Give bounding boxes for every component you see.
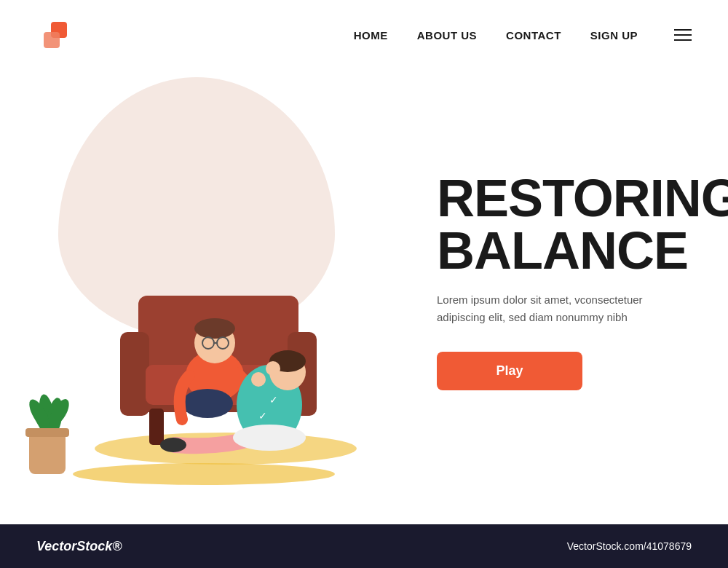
hero-title-line1: RESTORING (437, 169, 728, 227)
logo-square-2 (44, 32, 60, 48)
plant (29, 434, 66, 474)
hero-title: RESTORING BALANCE (437, 172, 728, 277)
main-content: ✓ ✓ ✓ ▲ ▼ (0, 63, 728, 514)
svg-point-11 (194, 318, 235, 339)
svg-point-23 (251, 372, 266, 387)
nav-signup[interactable]: SIGN UP (590, 29, 638, 42)
footer-url: VectorStock.com/41078679 (567, 540, 692, 552)
svg-rect-5 (149, 409, 164, 445)
logo[interactable] (44, 22, 76, 48)
svg-text:✓: ✓ (269, 394, 278, 406)
footer-brand: VectorStock® (36, 539, 122, 554)
hero-title-line2: BALANCE (437, 221, 688, 280)
footer: VectorStock® VectorStock.com/41078679 (0, 524, 728, 568)
armchair-svg: ✓ ✓ ✓ (73, 223, 379, 470)
illustration-area: ✓ ✓ ✓ (0, 63, 408, 514)
svg-point-24 (266, 361, 280, 376)
hamburger-line-2 (674, 34, 692, 36)
rug (73, 463, 335, 485)
svg-point-22 (233, 425, 306, 451)
svg-text:✓: ✓ (258, 410, 267, 422)
logo-icon (44, 22, 76, 48)
hamburger-line-3 (674, 39, 692, 41)
svg-point-9 (182, 389, 233, 418)
footer-brand-text: VectorStock® (36, 539, 122, 553)
nav-contact[interactable]: CONTACT (506, 29, 561, 42)
text-area: ▲ ▼ RESTORING BALANCE Lorem ipsum dolor … (408, 63, 728, 514)
svg-point-19 (160, 438, 186, 452)
hamburger-line-1 (674, 29, 692, 31)
hero-description: Lorem ipsum dolor sit amet, vconsectetue… (437, 291, 670, 326)
plant-pot (29, 434, 66, 474)
navigation: HOME ABOUT US CONTACT SIGN UP (354, 29, 692, 42)
nav-home[interactable]: HOME (354, 29, 388, 42)
hamburger-menu[interactable] (674, 29, 692, 41)
header: HOME ABOUT US CONTACT SIGN UP (0, 0, 728, 63)
svg-rect-3 (120, 332, 149, 416)
play-button[interactable]: Play (437, 352, 582, 390)
nav-about[interactable]: ABOUT US (417, 29, 477, 42)
